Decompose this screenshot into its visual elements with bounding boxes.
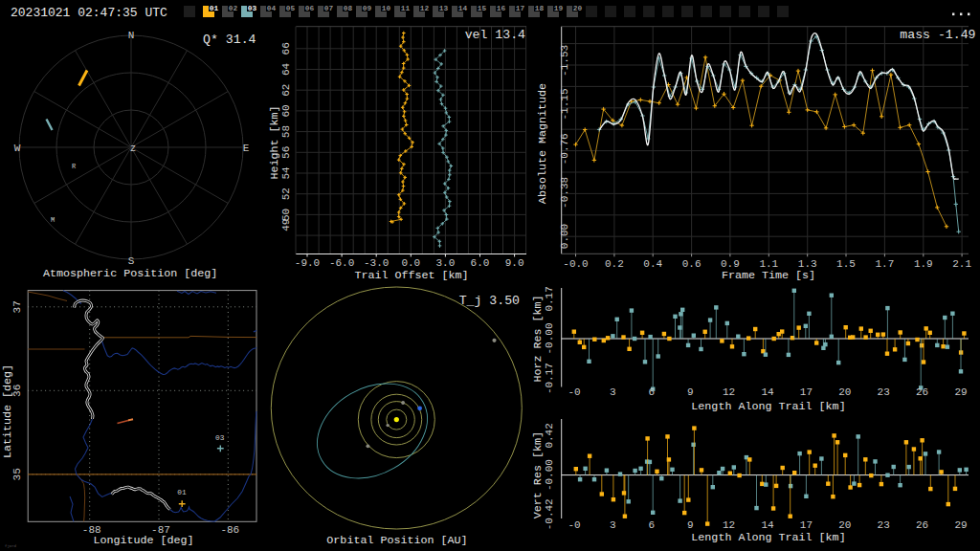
svg-text:23: 23 [878, 386, 890, 398]
svg-text:14: 14 [761, 386, 774, 398]
svg-text:12: 12 [723, 386, 735, 398]
svg-text:Trail Offset [km]: Trail Offset [km] [354, 269, 468, 282]
svg-text:62: 62 [280, 84, 292, 97]
svg-text:vel 13.4: vel 13.4 [465, 28, 525, 42]
svg-text:-0.00: -0.00 [544, 459, 555, 491]
svg-text:0.0: 0.0 [401, 257, 420, 269]
svg-text:09: 09 [363, 5, 372, 12]
svg-text:08: 08 [344, 5, 353, 12]
svg-text:50: 50 [280, 209, 292, 221]
svg-text:58: 58 [280, 125, 292, 138]
svg-text:Absolute Magnitude: Absolute Magnitude [536, 83, 549, 204]
svg-text:56: 56 [280, 146, 292, 159]
svg-text:-0: -0 [568, 386, 580, 398]
svg-text:60: 60 [280, 104, 292, 117]
svg-text:20: 20 [573, 5, 583, 12]
svg-text:-0.17: -0.17 [544, 363, 555, 394]
svg-text:0.4: 0.4 [643, 258, 662, 270]
svg-text:-0.42: -0.42 [544, 498, 555, 530]
svg-text:10: 10 [382, 5, 391, 12]
svg-text:29: 29 [954, 386, 967, 398]
svg-text:14: 14 [458, 5, 468, 12]
svg-text:12: 12 [723, 519, 735, 531]
svg-text:23: 23 [878, 519, 890, 531]
svg-text:0.17: 0.17 [544, 286, 555, 311]
svg-text:Longitude [deg]: Longitude [deg] [93, 534, 193, 547]
svg-text:Horz Res [km]: Horz Res [km] [531, 295, 545, 382]
svg-text:9.0: 9.0 [505, 257, 524, 269]
svg-text:-1.15: -1.15 [559, 88, 570, 120]
svg-text:20231021 02:47:35 UTC: 20231021 02:47:35 UTC [11, 6, 167, 20]
svg-text:Q* 31.4: Q* 31.4 [203, 33, 256, 47]
svg-text:Z: Z [130, 144, 136, 154]
svg-text:0.00: 0.00 [559, 224, 570, 249]
svg-text:06: 06 [305, 5, 315, 12]
svg-text:52: 52 [280, 187, 292, 200]
svg-text:12: 12 [420, 5, 430, 12]
svg-text:15: 15 [478, 5, 487, 12]
svg-text:Length Along Trail [km]: Length Along Trail [km] [691, 531, 845, 544]
svg-text:04: 04 [267, 5, 277, 12]
svg-text:07: 07 [324, 5, 334, 12]
svg-text:fjord: fjord [5, 544, 17, 548]
svg-text:-9.0: -9.0 [295, 257, 320, 269]
svg-text:T_j 3.50: T_j 3.50 [459, 294, 520, 308]
svg-text:01: 01 [177, 489, 187, 496]
svg-text:02: 02 [229, 5, 238, 12]
svg-text:Height [km]: Height [km] [268, 105, 281, 179]
svg-text:1.9: 1.9 [914, 258, 933, 270]
svg-text:37: 37 [11, 300, 23, 313]
svg-text:9: 9 [687, 386, 694, 398]
svg-text:11: 11 [401, 5, 411, 12]
svg-text:19: 19 [554, 5, 564, 12]
svg-text:16: 16 [497, 5, 506, 12]
svg-text:3: 3 [610, 519, 616, 531]
svg-text:20: 20 [838, 519, 851, 531]
svg-text:Atmospheric Position [deg]: Atmospheric Position [deg] [43, 267, 217, 280]
svg-text:26: 26 [916, 519, 928, 531]
svg-text:01: 01 [210, 5, 219, 12]
svg-text:35: 35 [11, 468, 23, 480]
svg-text:S: S [128, 255, 135, 267]
svg-text:-0.0: -0.0 [563, 258, 588, 270]
svg-text:-0.00: -0.00 [544, 322, 555, 354]
svg-text:20: 20 [838, 386, 851, 398]
svg-text:13: 13 [439, 5, 449, 12]
svg-text:17: 17 [800, 519, 813, 531]
svg-text:66: 66 [280, 42, 292, 55]
svg-text:1.7: 1.7 [875, 258, 894, 270]
svg-text:05: 05 [286, 5, 296, 12]
svg-text:14: 14 [761, 519, 774, 531]
svg-text:29: 29 [954, 519, 967, 531]
svg-text:0.42: 0.42 [544, 423, 555, 448]
svg-text:0.6: 0.6 [682, 258, 702, 270]
svg-text:17: 17 [800, 386, 813, 398]
svg-text:17: 17 [516, 5, 525, 12]
svg-text:1.5: 1.5 [836, 258, 856, 270]
svg-text:03: 03 [248, 5, 257, 12]
svg-text:Vert Res [km]: Vert Res [km] [531, 431, 545, 518]
svg-text:-6.0: -6.0 [329, 257, 354, 269]
svg-text:6.0: 6.0 [471, 257, 490, 269]
svg-text:2.1: 2.1 [952, 258, 971, 270]
svg-text:03: 03 [215, 434, 225, 442]
svg-text:3: 3 [610, 386, 616, 398]
svg-text:-0: -0 [568, 519, 580, 531]
svg-text:Orbital Position [AU]: Orbital Position [AU] [326, 534, 467, 547]
svg-text:6: 6 [648, 519, 655, 531]
svg-text:E: E [243, 143, 250, 154]
svg-text:-3.0: -3.0 [364, 257, 389, 269]
svg-text:54: 54 [280, 166, 292, 180]
svg-text:9: 9 [687, 519, 694, 531]
svg-text:R: R [72, 163, 77, 170]
svg-text:-86: -86 [220, 524, 239, 536]
svg-text:N: N [128, 30, 135, 41]
svg-text:M: M [51, 216, 55, 224]
svg-text:-0.76: -0.76 [559, 133, 570, 165]
svg-text:Frame Time [s]: Frame Time [s] [722, 269, 815, 282]
svg-text:-0.38: -0.38 [559, 177, 570, 209]
svg-text:6: 6 [648, 386, 655, 398]
svg-text:26: 26 [916, 386, 928, 398]
svg-text:64: 64 [280, 63, 292, 77]
svg-text:Latitude [deg]: Latitude [deg] [1, 364, 14, 458]
